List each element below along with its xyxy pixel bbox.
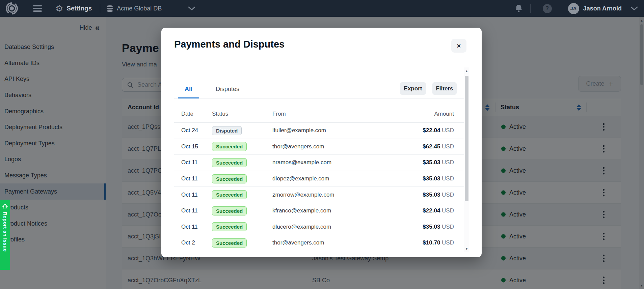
status-badge: Succeeded bbox=[212, 174, 247, 183]
hamburger-menu-icon[interactable] bbox=[33, 5, 42, 12]
amount-cell: $22.04 USD bbox=[423, 207, 454, 214]
status-badge: Disputed bbox=[212, 126, 242, 135]
column-header-status: Status bbox=[212, 111, 272, 117]
status-badge: Succeeded bbox=[212, 238, 247, 248]
from-cell: dlucero@example.com bbox=[272, 224, 423, 230]
amount-value: $22.04 bbox=[423, 207, 440, 214]
topbar-divider bbox=[100, 4, 100, 13]
filters-button[interactable]: Filters bbox=[432, 82, 457, 95]
column-header-amount: Amount bbox=[434, 111, 454, 117]
currency-label: USD bbox=[442, 224, 454, 230]
bug-icon bbox=[2, 203, 8, 209]
settings-gear-icon[interactable]: ⚙ bbox=[55, 4, 63, 13]
modal-table-body: Oct 24 Disputed lfuller@example.com $22.… bbox=[174, 123, 464, 251]
scrollbar-thumb[interactable] bbox=[465, 76, 468, 201]
payment-row[interactable]: Oct 11 Succeeded nramos@example.com $35.… bbox=[174, 155, 464, 171]
status-badge: Succeeded bbox=[212, 222, 247, 231]
status-cell: Disputed bbox=[212, 126, 272, 135]
database-selector[interactable]: Acme Global DB bbox=[117, 5, 162, 12]
database-icon bbox=[107, 5, 113, 12]
status-badge: Succeeded bbox=[212, 158, 247, 167]
top-bar: ⚙ Settings Acme Global DB ? JA Jason Arn… bbox=[0, 0, 644, 17]
status-cell: Succeeded bbox=[212, 222, 272, 231]
amount-cell: $35.03 USD bbox=[423, 175, 454, 182]
user-name[interactable]: Jason Arnold bbox=[583, 5, 622, 12]
export-button[interactable]: Export bbox=[400, 82, 426, 95]
date-cell: Oct 11 bbox=[181, 175, 212, 182]
modal-title: Payments and Disputes bbox=[174, 39, 285, 50]
payment-row[interactable]: Oct 11 Succeeded zmorrow@example.com $35… bbox=[174, 187, 464, 203]
modal-tabs-row: All Disputes Export Filters bbox=[174, 67, 464, 98]
currency-label: USD bbox=[442, 192, 454, 198]
currency-label: USD bbox=[442, 239, 454, 246]
amount-value: $10.70 bbox=[423, 239, 440, 246]
from-cell: lfuller@example.com bbox=[272, 127, 423, 134]
currency-label: USD bbox=[442, 143, 454, 150]
payment-row[interactable]: Oct 11 Succeeded dlopez@example.com $35.… bbox=[174, 171, 464, 187]
status-cell: Succeeded bbox=[212, 238, 272, 248]
database-chevron-down-icon[interactable] bbox=[188, 6, 195, 10]
topbar-divider bbox=[530, 4, 531, 13]
payment-row[interactable]: Oct 11 Succeeded kfranco@example.com $22… bbox=[174, 203, 464, 219]
amount-value: $35.03 bbox=[423, 159, 440, 166]
amount-value: $62.45 bbox=[423, 143, 440, 150]
amount-cell: $10.70 USD bbox=[423, 239, 454, 246]
scroll-down-icon[interactable]: ▼ bbox=[464, 247, 469, 251]
payments-disputes-modal: Payments and Disputes × All Disputes Exp… bbox=[161, 28, 482, 257]
close-icon[interactable]: × bbox=[451, 39, 466, 53]
user-menu-chevron-down-icon[interactable] bbox=[630, 6, 638, 10]
settings-label[interactable]: Settings bbox=[66, 5, 92, 12]
amount-cell: $35.03 USD bbox=[423, 224, 454, 230]
from-cell: thor@avengers.com bbox=[272, 143, 423, 150]
column-header-date: Date bbox=[181, 111, 212, 117]
tab-disputes[interactable]: Disputes bbox=[216, 86, 239, 93]
payment-row[interactable]: Oct 11 Succeeded dlucero@example.com $35… bbox=[174, 219, 464, 235]
status-badge: Succeeded bbox=[212, 190, 247, 199]
modal-table-header: Date Status From Amount bbox=[174, 98, 464, 123]
amount-cell: $35.03 USD bbox=[423, 159, 454, 166]
modal-body: All Disputes Export Filters Date Status … bbox=[174, 67, 469, 252]
from-cell: dlopez@example.com bbox=[272, 175, 423, 182]
date-cell: Oct 11 bbox=[181, 192, 212, 198]
date-cell: Oct 2 bbox=[181, 239, 212, 246]
from-cell: thor@avengers.com bbox=[272, 239, 423, 246]
avatar[interactable]: JA bbox=[568, 3, 579, 14]
help-icon[interactable]: ? bbox=[543, 4, 552, 13]
from-cell: kfranco@example.com bbox=[272, 207, 423, 214]
status-cell: Succeeded bbox=[212, 142, 272, 151]
modal-content: All Disputes Export Filters Date Status … bbox=[174, 67, 464, 252]
date-cell: Oct 11 bbox=[181, 159, 212, 166]
date-cell: Oct 11 bbox=[181, 207, 212, 214]
amount-cell: $22.04 USD bbox=[423, 127, 454, 134]
amount-value: $35.03 bbox=[423, 175, 440, 182]
scroll-up-icon[interactable]: ▲ bbox=[464, 69, 469, 73]
from-cell: zmorrow@example.com bbox=[272, 192, 423, 198]
date-cell: Oct 15 bbox=[181, 143, 212, 150]
date-cell: Oct 24 bbox=[181, 127, 212, 134]
status-cell: Succeeded bbox=[212, 206, 272, 215]
modal-scrollbar[interactable]: ▲ ▼ bbox=[464, 67, 469, 252]
payment-row[interactable]: Oct 24 Disputed lfuller@example.com $22.… bbox=[174, 123, 464, 139]
currency-label: USD bbox=[442, 127, 454, 134]
amount-value: $22.04 bbox=[423, 127, 440, 134]
date-cell: Oct 11 bbox=[181, 224, 212, 230]
status-badge: Succeeded bbox=[212, 142, 247, 151]
currency-label: USD bbox=[442, 175, 454, 182]
status-badge: Succeeded bbox=[212, 206, 247, 215]
column-header-from: From bbox=[272, 111, 434, 117]
report-issue-label: Report an Issue bbox=[2, 212, 8, 252]
currency-label: USD bbox=[442, 207, 454, 214]
status-cell: Succeeded bbox=[212, 158, 272, 167]
payment-row[interactable]: Oct 2 Succeeded thor@avengers.com $10.70… bbox=[174, 235, 464, 251]
notifications-bell-icon[interactable] bbox=[515, 4, 523, 13]
amount-cell: $35.03 USD bbox=[423, 192, 454, 198]
payment-row[interactable]: Oct 15 Succeeded thor@avengers.com $62.4… bbox=[174, 139, 464, 155]
tab-all[interactable]: All bbox=[185, 86, 192, 93]
status-cell: Succeeded bbox=[212, 174, 272, 183]
report-issue-tab[interactable]: Report an Issue bbox=[0, 200, 10, 270]
amount-value: $35.03 bbox=[423, 192, 440, 198]
app-logo-icon[interactable] bbox=[5, 2, 18, 15]
status-cell: Succeeded bbox=[212, 190, 272, 199]
from-cell: nramos@example.com bbox=[272, 159, 423, 166]
amount-cell: $62.45 USD bbox=[423, 143, 454, 150]
